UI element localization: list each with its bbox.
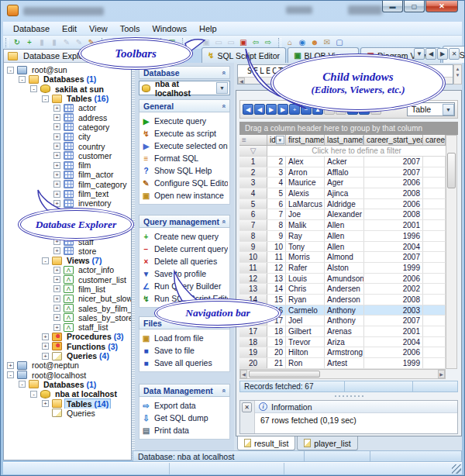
cell[interactable]: 19 — [267, 337, 286, 347]
cell[interactable]: 18 — [267, 326, 286, 336]
collapse-icon[interactable]: « — [219, 71, 227, 74]
cell[interactable]: Andersen — [325, 284, 364, 294]
nav-item-execute-selected-only[interactable]: ▶Execute selected only — [141, 140, 228, 152]
cell[interactable]: Amundson — [325, 274, 364, 284]
nav-item-save-to-file[interactable]: ■Save to file — [141, 344, 228, 357]
column-header-first-name[interactable]: first_name▼ — [286, 135, 325, 146]
menu-view[interactable]: View — [84, 23, 113, 34]
cell[interactable]: 9 — [267, 231, 286, 241]
cell[interactable]: Armstrong — [325, 347, 364, 357]
nav-item-format-sql[interactable]: ≡Format SQL — [141, 152, 228, 164]
cell[interactable]: Ariza — [325, 337, 364, 347]
expand-toggle[interactable]: + — [53, 133, 60, 140]
next-button[interactable]: ▶ — [266, 104, 277, 115]
tree-item-customer[interactable]: +customer — [4, 151, 131, 160]
tree-item-sakila-at-sun[interactable]: -sakila at sun — [4, 85, 131, 94]
expand-toggle[interactable]: + — [42, 400, 49, 407]
nav-item-run-query-builder[interactable]: ∠Run Query Builder — [141, 280, 228, 292]
tree-item-sales-by-store[interactable]: +sales_by_store — [4, 313, 131, 323]
nav-item-configure-sql-editor[interactable]: ✎Configure SQL Editor — [141, 177, 228, 189]
cell[interactable]: 5 — [239, 199, 267, 209]
close-button[interactable]: ✕ — [425, 1, 458, 12]
expand-toggle[interactable]: + — [53, 181, 60, 188]
expand-toggle[interactable]: + — [53, 247, 60, 254]
cell[interactable]: Anthony — [325, 305, 364, 316]
tree-item-film-list[interactable]: +film_list — [4, 285, 131, 294]
expand-toggle[interactable]: - — [30, 391, 37, 398]
cell[interactable]: 17 — [239, 326, 267, 336]
cell[interactable]: 9 — [239, 242, 267, 252]
nav-item-load-from-file[interactable]: ▣Load from file — [141, 332, 228, 344]
menu-help[interactable]: Help — [194, 23, 222, 34]
cell[interactable]: 8 — [267, 220, 286, 230]
cell[interactable]: 21 — [267, 358, 286, 368]
expand-toggle[interactable]: + — [53, 114, 60, 121]
tree-item-address[interactable]: +address — [4, 112, 131, 122]
menu-edit[interactable]: Edit — [57, 23, 82, 34]
expand-toggle[interactable]: + — [53, 123, 60, 130]
section-header-data-management[interactable]: Data Management « — [139, 384, 230, 397]
first-button[interactable]: ◀ — [243, 104, 253, 115]
column-header-last-name[interactable]: last_name▼ — [325, 135, 364, 146]
nav-item-export-data[interactable]: ⇨Export data — [141, 399, 228, 412]
cell[interactable]: Joel — [286, 316, 325, 326]
expand-toggle[interactable]: + — [42, 343, 49, 350]
nav-item-open-new-instance[interactable]: ▣Open new instance — [141, 189, 228, 202]
nav-item-delete-all-queries[interactable]: ×Delete all queries — [141, 255, 228, 267]
nav-item-print-data[interactable]: ▤Print data — [141, 424, 228, 436]
tree-item-sales-by-film-category[interactable]: +sales_by_film_category — [4, 303, 131, 312]
collapse-icon[interactable]: « — [219, 388, 227, 392]
cell[interactable]: Alston — [325, 263, 364, 273]
cell[interactable]: Gilbert — [286, 326, 325, 336]
tree-item-city[interactable]: +city — [4, 132, 131, 141]
cell[interactable]: Arenas — [325, 326, 364, 336]
cell[interactable]: Allen — [325, 220, 364, 230]
expand-toggle[interactable]: + — [53, 191, 60, 198]
expand-toggle[interactable]: + — [53, 276, 60, 283]
result-tab-player-list[interactable]: player_list — [297, 436, 357, 450]
cell[interactable]: 5 — [267, 188, 286, 198]
cell[interactable]: 4 — [267, 178, 286, 188]
cell[interactable]: 10 — [239, 252, 267, 262]
cell[interactable]: Aldridge — [325, 199, 364, 209]
toolbar-drag-handle[interactable] — [5, 38, 9, 47]
cell[interactable]: 18 — [239, 337, 267, 347]
nav-item-save-to-profile[interactable]: ▼Save to profile — [141, 267, 228, 280]
combo-dropdown-button[interactable]: ▼ — [216, 82, 228, 94]
cell[interactable]: 7 — [239, 220, 267, 230]
expand-toggle[interactable]: - — [30, 85, 37, 92]
cell[interactable]: Maurice — [286, 178, 325, 188]
cell[interactable]: Ron — [286, 358, 325, 368]
cell[interactable]: Alexander — [325, 209, 364, 219]
expand-toggle[interactable]: - — [7, 371, 14, 378]
expand-toggle[interactable]: + — [53, 200, 60, 207]
cell[interactable]: Allen — [325, 242, 364, 252]
expand-toggle[interactable]: + — [53, 162, 60, 169]
expand-toggle[interactable]: + — [42, 353, 49, 360]
cell[interactable]: Arron — [286, 167, 325, 178]
cell[interactable]: Chris — [286, 284, 325, 294]
tree-item-film-actor[interactable]: +film_actor — [4, 170, 131, 179]
maximize-button[interactable]: ▢ — [404, 1, 425, 12]
column-filter-icon[interactable]: ▼ — [276, 136, 284, 144]
cell[interactable]: Anderson — [325, 295, 364, 305]
expand-toggle[interactable]: + — [42, 333, 49, 340]
tree-item-staff-list[interactable]: +staff_list — [4, 323, 131, 332]
cell[interactable]: Rafer — [286, 263, 325, 273]
section-header-general[interactable]: General « — [139, 99, 230, 112]
cell[interactable]: 6 — [239, 209, 267, 219]
tree-item-customer-list[interactable]: +customer_list — [4, 275, 131, 285]
nav-item-execute-query[interactable]: ▶Execute query — [141, 115, 228, 127]
tree-item-queries[interactable]: +Queries(4) — [4, 351, 131, 360]
tree-item-country[interactable]: +country — [4, 141, 131, 150]
cell[interactable]: 8 — [239, 231, 267, 241]
expand-toggle[interactable]: + — [53, 171, 60, 178]
tree-item-queries[interactable]: Queries — [4, 409, 131, 418]
cell[interactable]: 12 — [239, 274, 267, 284]
tab-scroll-right[interactable]: ▶ — [437, 48, 448, 60]
tree-item-tables[interactable]: -Tables(16) — [4, 94, 131, 103]
cell[interactable]: Joe — [286, 209, 325, 219]
nav-item-show-sql-help[interactable]: ?Show SQL Help — [141, 164, 228, 177]
tree-item-nba-at-localhost[interactable]: -nba at localhost — [4, 389, 131, 398]
column-header-id[interactable]: id▼ — [267, 135, 286, 146]
